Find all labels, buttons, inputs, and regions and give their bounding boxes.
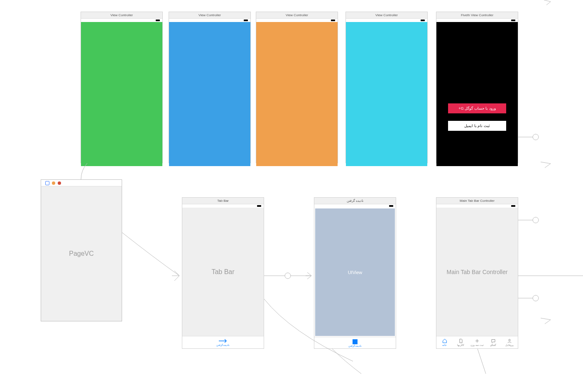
tab-item-calories[interactable]: کالریها <box>453 336 469 348</box>
tab-label: خانه <box>442 343 447 346</box>
status-bar <box>182 204 264 208</box>
scene-body: ورود با حساب گوگل G+ ثبت نام با ایمیل <box>436 22 518 166</box>
status-bar <box>169 19 250 22</box>
plus-icon <box>475 338 480 343</box>
home-icon <box>442 338 447 343</box>
svg-point-2 <box>533 134 539 140</box>
battery-icon <box>331 20 335 21</box>
scene-title: View Controller <box>346 12 427 19</box>
scene-title: Fiveth View Controller <box>436 12 518 19</box>
chat-icon <box>491 338 496 343</box>
battery-icon <box>511 20 515 21</box>
tab-item-label[interactable]: نادیده گرفتن <box>216 343 230 346</box>
tab-item-label[interactable]: نادیده گرفتن <box>348 344 362 347</box>
battery-icon <box>389 205 393 207</box>
scene-body: Tab Bar <box>182 208 264 336</box>
scene-body <box>256 22 338 166</box>
battery-icon <box>421 20 425 21</box>
scene-body: Main Tab Bar Controller <box>436 208 518 336</box>
tab-bar: نادیده گرفتن <box>314 337 396 349</box>
scene-body <box>169 22 250 166</box>
scene-tab-bar[interactable]: Tab Bar Tab Bar نادیده گرفتن <box>182 197 264 349</box>
scene-viewcontroller-4[interactable]: View Controller <box>345 12 428 163</box>
scene-body <box>346 22 427 166</box>
scene-page-vc[interactable]: PageVC <box>41 179 122 321</box>
google-login-button[interactable]: ورود با حساب گوگل G+ <box>448 103 506 113</box>
scene-body <box>81 22 162 166</box>
scene-title: Tab Bar <box>182 198 264 204</box>
tab-bar: خانه کالریها ثبت سه وزن گفتگو پروفایل <box>436 336 518 348</box>
scene-viewcontroller-1[interactable]: View Controller <box>81 12 163 163</box>
scene-main-tab-bar-controller[interactable]: Main Tab Bar Controller Main Tab Bar Con… <box>436 197 518 349</box>
profile-icon <box>507 338 512 343</box>
square-icon <box>353 339 358 344</box>
tab-label: ثبت سه وزن <box>470 343 483 346</box>
uiview: UIView <box>315 208 395 336</box>
scene-title: View Controller <box>81 12 162 19</box>
svg-point-1 <box>285 273 291 279</box>
status-bar <box>81 19 162 22</box>
scene-unseen[interactable]: نادیده گرفتن UIView نادیده گرفتن <box>314 197 396 349</box>
battery-icon <box>156 20 160 21</box>
battery-icon <box>257 205 261 207</box>
tab-label: گفتگو <box>490 343 496 346</box>
tab-label: کالریها <box>457 343 464 346</box>
tab-item-profile[interactable]: پروفایل <box>502 336 518 348</box>
tab-item-home[interactable]: خانه <box>436 336 453 348</box>
scene-viewcontroller-3[interactable]: View Controller <box>256 12 338 163</box>
tab-label: پروفایل <box>505 343 514 346</box>
status-bar <box>436 19 518 22</box>
exit-icon[interactable] <box>58 181 61 185</box>
page-vc-body: PageVC <box>41 186 122 321</box>
status-bar <box>346 19 427 22</box>
scene-title: نادیده گرفتن <box>314 198 396 204</box>
battery-icon <box>511 205 515 207</box>
svg-point-3 <box>533 217 539 223</box>
scene-title: View Controller <box>256 12 338 19</box>
status-bar <box>436 204 518 208</box>
email-signup-button[interactable]: ثبت نام با ایمیل <box>448 121 506 131</box>
svg-point-0 <box>509 339 510 341</box>
scene-viewcontroller-2[interactable]: View Controller <box>169 12 251 163</box>
svg-point-4 <box>533 295 539 301</box>
scene-fiveth-viewcontroller[interactable]: Fiveth View Controller ورود با حساب گوگل… <box>436 12 518 163</box>
tab-item-chat[interactable]: گفتگو <box>485 336 502 348</box>
status-bar <box>314 204 396 208</box>
vc-selected-icon[interactable] <box>45 181 49 185</box>
document-icon <box>458 338 463 343</box>
tab-bar: نادیده گرفتن <box>182 336 264 348</box>
scene-title: Main Tab Bar Controller <box>436 198 518 204</box>
battery-icon <box>244 20 248 21</box>
selection-header <box>41 180 122 186</box>
scene-title: View Controller <box>169 12 250 19</box>
tab-item-add[interactable]: ثبت سه وزن <box>469 336 485 348</box>
arrow-right-icon <box>218 338 228 343</box>
first-responder-icon[interactable] <box>52 181 55 185</box>
status-bar <box>256 19 338 22</box>
